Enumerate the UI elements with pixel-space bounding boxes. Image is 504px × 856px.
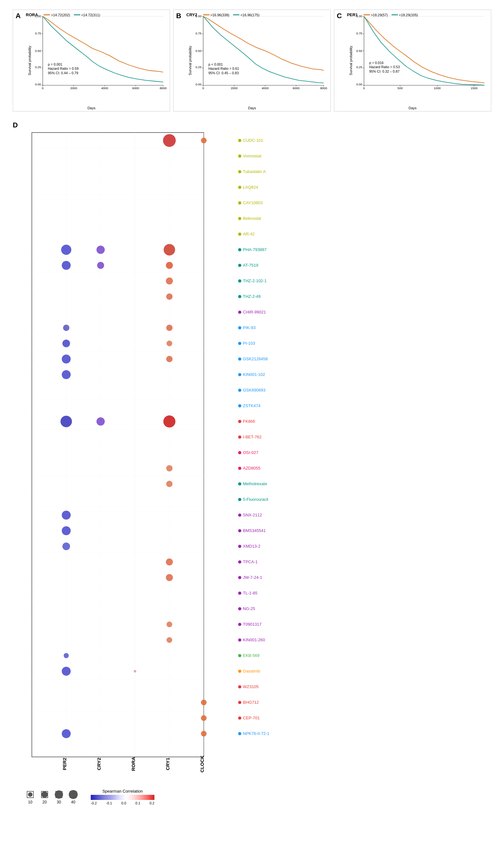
panel-d-label: D — [13, 121, 18, 129]
svg-text:Hazard Ratio = 0.61: Hazard Ratio = 0.61 — [209, 67, 239, 71]
dot — [62, 543, 70, 550]
legend-c-low-line — [392, 14, 398, 15]
dot-icon-29 — [238, 592, 241, 595]
drug-label-16: GSK690693 — [238, 382, 269, 398]
color-tick-minus01: -0.1 — [106, 801, 112, 805]
legend-b-low-label: <16.96(175) — [240, 13, 259, 17]
drug-name-31: T0901317 — [243, 622, 262, 627]
panel-b-legend: CRY2 >16.96(338) <16.96(175) — [186, 13, 259, 17]
dot — [166, 278, 173, 284]
drug-label-26: XMD13-2 — [238, 538, 269, 554]
panel-b-gene: CRY2 — [186, 13, 197, 17]
dot-icon-38 — [238, 732, 241, 735]
dot — [166, 637, 172, 643]
size-label-10: 10 — [28, 800, 32, 804]
dot — [163, 415, 176, 427]
panel-c-y-label: Survival probability — [349, 46, 353, 75]
drug-name-14: GSK2126458 — [243, 356, 268, 361]
size-icon-30 — [54, 790, 64, 799]
panel-a-chart: 1.00 0.75 0.50 0.25 0.00 0 2000 4000 600… — [29, 13, 166, 99]
svg-text:Hazard Ratio = 0.53: Hazard Ratio = 0.53 — [369, 65, 400, 69]
drug-label-35: WZ3105 — [238, 679, 269, 695]
dot-icon-35 — [238, 685, 241, 688]
drug-name-37: CEP-701 — [243, 716, 260, 720]
drug-name-3: LAQ824 — [243, 185, 258, 190]
svg-text:0.25: 0.25 — [35, 65, 41, 69]
svg-text:0.00: 0.00 — [196, 83, 201, 86]
dot-icon-19 — [238, 436, 241, 439]
dot — [163, 134, 176, 147]
drug-label-22: Methotrexate — [238, 476, 269, 492]
drug-label-2: Tubastatin A — [238, 164, 269, 179]
drug-label-18: FK866 — [238, 414, 269, 429]
dot — [62, 729, 71, 738]
drug-name-36: BHG712 — [243, 700, 259, 705]
drug-label-37: CEP-701 — [238, 710, 269, 726]
dot-icon-12 — [238, 326, 241, 329]
svg-text:95% CI: 0.45 – 0.83: 95% CI: 0.45 – 0.83 — [209, 71, 239, 75]
svg-text:95% CI: 0.44 – 0.79: 95% CI: 0.44 – 0.79 — [48, 71, 78, 75]
svg-text:2000: 2000 — [70, 86, 77, 90]
legend-c-low-label: <18.29(105) — [399, 13, 418, 17]
dot — [201, 731, 206, 736]
drug-name-34: Dasatinib — [243, 669, 260, 674]
dot — [166, 465, 173, 471]
drug-label-25: BMS345541 — [238, 523, 269, 538]
legend-a-high-label: >14.72(202) — [51, 13, 70, 17]
drug-label-12: PIK-93 — [238, 320, 269, 335]
drug-name-5: Belinostat — [243, 216, 261, 221]
svg-point-130 — [28, 792, 33, 797]
dot-icon-2 — [238, 170, 241, 173]
drug-name-7: PHA-793887 — [243, 247, 267, 252]
dot — [201, 715, 206, 721]
color-tick-01: 0.1 — [135, 801, 140, 805]
svg-point-136 — [69, 790, 78, 799]
panel-c-x-label: Days — [409, 106, 416, 110]
dot-icon-26 — [238, 545, 241, 548]
svg-text:0.25: 0.25 — [196, 65, 201, 69]
dot-icon-32 — [238, 639, 241, 642]
size-icon-40 — [69, 790, 78, 799]
drug-name-8: AT-7519 — [243, 263, 258, 267]
dot — [62, 354, 71, 364]
drug-label-13: PI-103 — [238, 335, 269, 351]
svg-text:0: 0 — [202, 86, 204, 90]
dot-icon-16 — [238, 389, 241, 392]
dot-icon-8 — [238, 264, 241, 267]
dot — [60, 416, 72, 427]
drug-label-11: CHIR-99021 — [238, 304, 269, 320]
dot-icon-28 — [238, 576, 241, 579]
svg-text:1500: 1500 — [471, 86, 478, 90]
dot-icon-37 — [238, 716, 241, 720]
dot-icon-25 — [238, 529, 241, 532]
color-bar — [91, 795, 155, 800]
drug-name-20: OSI-027 — [243, 450, 258, 455]
svg-text:0.75: 0.75 — [196, 32, 201, 35]
drug-name-19: I-BET-762 — [243, 435, 262, 439]
legend-a-high: >14.72(202) — [43, 13, 70, 17]
size-item-20: 20 — [40, 790, 49, 804]
dot — [61, 245, 71, 255]
svg-text:6000: 6000 — [293, 86, 300, 90]
drug-label-9: THZ-2-102-1 — [238, 273, 269, 289]
panel-a-gene: RORA — [26, 13, 38, 17]
svg-text:CRY2: CRY2 — [96, 757, 102, 770]
drug-label-3: LAQ824 — [238, 179, 269, 195]
panel-a-legend: RORA >14.72(202) <14.72(311) — [26, 13, 100, 17]
svg-text:p = 0.001: p = 0.001 — [48, 63, 62, 66]
dot — [96, 246, 105, 254]
color-legend: Spearman Correlation -0.2 -0.1 0.0 0.1 0… — [91, 789, 155, 805]
svg-text:0.25: 0.25 — [356, 65, 362, 69]
dot-icon-23 — [238, 498, 241, 501]
drug-name-11: CHIR-99021 — [243, 310, 266, 314]
legend-b-low-line — [233, 14, 239, 15]
size-legend: 10 20 30 — [25, 790, 78, 804]
drug-label-38: NPK76-II-72-1 — [238, 726, 269, 741]
size-item-30: 30 — [54, 790, 64, 804]
dot — [166, 356, 173, 362]
dot-icon-33 — [238, 654, 241, 657]
dot — [64, 653, 69, 658]
dot-icon-3 — [238, 186, 241, 189]
dot — [62, 261, 71, 270]
svg-text:8000: 8000 — [320, 86, 327, 90]
